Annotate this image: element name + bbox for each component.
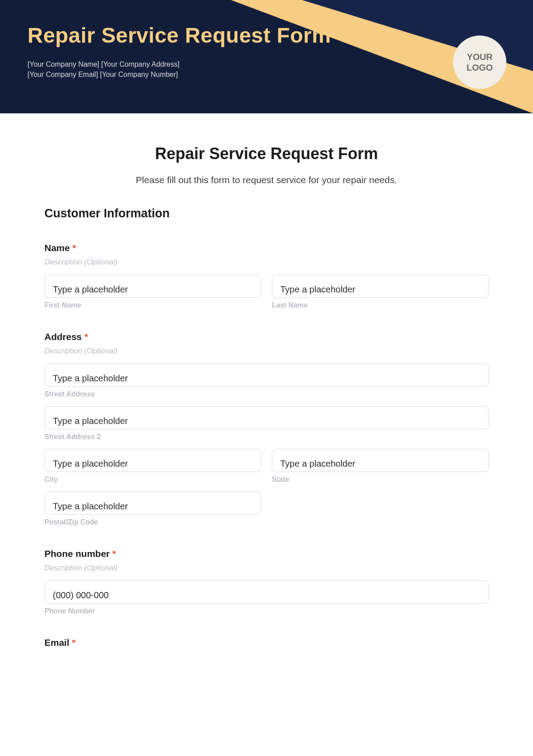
phone-sublabel: Phone Number [44,607,489,615]
name-label: Name * [44,243,489,253]
city-input[interactable]: Type a placeholder [44,449,261,472]
header-banner: Repair Service Request Form [Your Compan… [0,0,533,113]
street-address-2-sublabel: Street Address 2 [44,433,489,441]
field-name: Name * Description (Optional) Type a pla… [44,243,489,309]
required-asterisk: * [72,637,76,648]
phone-label-text: Phone number [44,548,110,559]
name-label-text: Name [44,243,70,253]
form-container: Repair Service Request Form Please fill … [0,113,533,666]
field-phone: Phone number * Description (Optional) (0… [44,548,489,615]
phone-label: Phone number * [44,548,489,559]
state-sublabel: State [272,476,489,484]
phone-input[interactable]: (000) 000-000 [44,580,489,604]
first-name-input[interactable]: Type a placeholder [44,275,261,298]
street-address-sublabel: Street Address [44,390,489,398]
city-sublabel: City [44,476,261,484]
required-asterisk: * [112,548,116,559]
state-input[interactable]: Type a placeholder [272,449,489,472]
email-label-text: Email [44,637,69,648]
header-title: Repair Service Request Form [28,23,533,48]
field-email: Email * [44,637,489,648]
postal-code-input[interactable]: Type a placeholder [44,492,261,515]
first-name-sublabel: First Name [44,301,261,309]
field-address: Address * Description (Optional) Type a … [44,332,489,526]
required-asterisk: * [84,332,88,342]
form-title: Repair Service Request Form [44,144,489,163]
phone-description[interactable]: Description (Optional) [44,564,489,572]
street-address-input[interactable]: Type a placeholder [44,364,489,387]
last-name-sublabel: Last Name [272,301,489,309]
section-customer-info: Customer Information [44,207,489,220]
address-label-text: Address [44,332,82,342]
logo-placeholder: YOUR LOGO [453,36,506,89]
address-description[interactable]: Description (Optional) [44,347,489,356]
email-label: Email * [44,637,489,648]
address-label: Address * [44,332,489,342]
last-name-input[interactable]: Type a placeholder [272,275,489,298]
form-subtitle: Please fill out this form to request ser… [44,175,489,185]
street-address-2-input[interactable]: Type a placeholder [44,406,489,429]
name-description[interactable]: Description (Optional) [44,258,489,267]
required-asterisk: * [72,243,76,253]
postal-code-sublabel: Postal/Zip Code [44,518,261,526]
